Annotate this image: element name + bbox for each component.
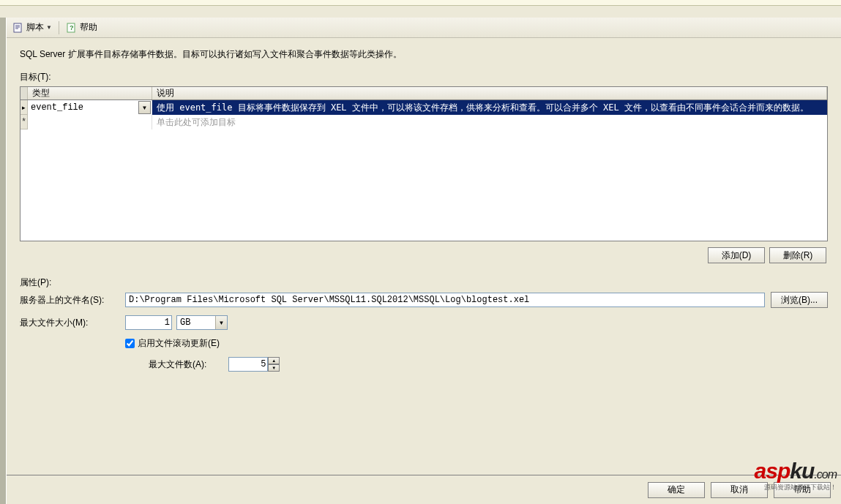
row-handle-header bbox=[20, 87, 28, 99]
maxfiles-row: 最大文件数(A): ▲ ▼ bbox=[149, 357, 828, 372]
unit-value: GB bbox=[177, 317, 215, 328]
maxsize-label: 最大文件大小(M): bbox=[20, 317, 125, 329]
maxsize-unit-select[interactable]: GB ▼ bbox=[176, 315, 228, 330]
targets-table-body: event_file ▼ 使用 event_file 目标将事件数据保存到 XE… bbox=[20, 99, 828, 241]
content-area: SQL Server 扩展事件目标存储事件数据。目标可以执行诸如写入文件和聚合事… bbox=[7, 38, 841, 504]
placeholder-text: 单击此处可添加目标 bbox=[152, 115, 827, 129]
toolbar-separator bbox=[59, 21, 59, 34]
filename-label: 服务器上的文件名(S): bbox=[20, 294, 125, 306]
help-button[interactable]: ? 帮助 bbox=[63, 20, 100, 35]
maxsize-row: 最大文件大小(M): GB ▼ bbox=[20, 315, 828, 330]
targets-table-header: 类型 说明 bbox=[20, 86, 828, 99]
dialog-button-bar: 确定 取消 帮助 bbox=[7, 475, 841, 504]
chevron-down-icon: ▼ bbox=[46, 24, 52, 31]
properties-label: 属性(P): bbox=[20, 277, 828, 289]
targets-button-row: 添加(D) 删除(R) bbox=[20, 247, 828, 263]
script-label: 脚本 bbox=[26, 21, 44, 34]
chevron-down-icon[interactable]: ▼ bbox=[215, 316, 227, 329]
maxfiles-input[interactable] bbox=[228, 357, 268, 372]
desc-cell: 使用 event_file 目标将事件数据保存到 XEL 文件中，可以将该文件存… bbox=[152, 100, 827, 115]
col-desc-header[interactable]: 说明 bbox=[152, 87, 827, 99]
spinner-down-icon[interactable]: ▼ bbox=[268, 364, 280, 372]
col-type-header[interactable]: 类型 bbox=[28, 87, 152, 99]
add-button[interactable]: 添加(D) bbox=[708, 247, 765, 263]
main-frame: 脚本 ▼ ? 帮助 SQL Server 扩展事件目标存储事件数据。目标可以执行… bbox=[0, 6, 841, 504]
filename-row: 服务器上的文件名(S): 浏览(B)... bbox=[20, 292, 828, 308]
filename-input[interactable] bbox=[125, 293, 765, 307]
browse-button[interactable]: 浏览(B)... bbox=[771, 292, 828, 308]
help-label: 帮助 bbox=[80, 21, 97, 34]
spinner-up-icon[interactable]: ▲ bbox=[268, 357, 280, 364]
maxfiles-label: 最大文件数(A): bbox=[149, 358, 206, 371]
rollover-label: 启用文件滚动更新(E) bbox=[138, 337, 220, 350]
type-cell[interactable]: event_file ▼ bbox=[28, 100, 152, 115]
maxfiles-spinner[interactable]: ▲ ▼ bbox=[228, 357, 280, 372]
row-selector-icon[interactable] bbox=[20, 100, 28, 115]
dialog-panel: 脚本 ▼ ? 帮助 SQL Server 扩展事件目标存储事件数据。目标可以执行… bbox=[6, 18, 841, 504]
script-button[interactable]: 脚本 ▼ bbox=[10, 20, 55, 35]
row-new-icon[interactable] bbox=[20, 115, 28, 129]
left-sidebar-strip bbox=[0, 18, 6, 504]
svg-rect-0 bbox=[14, 23, 21, 32]
script-icon bbox=[12, 22, 24, 34]
chevron-down-icon[interactable]: ▼ bbox=[138, 101, 151, 114]
remove-button[interactable]: 删除(R) bbox=[769, 247, 826, 263]
ok-button[interactable]: 确定 bbox=[648, 482, 705, 498]
rollover-row: 启用文件滚动更新(E) bbox=[125, 337, 828, 350]
cancel-button[interactable]: 取消 bbox=[711, 482, 768, 498]
spinner-buttons: ▲ ▼ bbox=[268, 357, 280, 372]
properties-section: 属性(P): 服务器上的文件名(S): 浏览(B)... 最大文件大小(M): … bbox=[20, 277, 828, 372]
table-row[interactable]: event_file ▼ 使用 event_file 目标将事件数据保存到 XE… bbox=[20, 100, 827, 115]
description-text: SQL Server 扩展事件目标存储事件数据。目标可以执行诸如写入文件和聚合事… bbox=[20, 48, 828, 61]
type-value: event_file bbox=[28, 100, 138, 115]
maxsize-input[interactable] bbox=[125, 315, 172, 330]
rollover-checkbox[interactable] bbox=[125, 339, 135, 348]
table-row-placeholder[interactable]: 单击此处可添加目标 bbox=[20, 115, 827, 129]
type-cell-empty[interactable] bbox=[28, 115, 152, 129]
top-strip bbox=[0, 0, 841, 6]
help-icon: ? bbox=[66, 22, 78, 34]
help-button-bottom[interactable]: 帮助 bbox=[774, 482, 831, 498]
svg-text:?: ? bbox=[70, 24, 74, 31]
toolbar: 脚本 ▼ ? 帮助 bbox=[7, 18, 841, 38]
targets-label: 目标(T): bbox=[20, 71, 828, 83]
